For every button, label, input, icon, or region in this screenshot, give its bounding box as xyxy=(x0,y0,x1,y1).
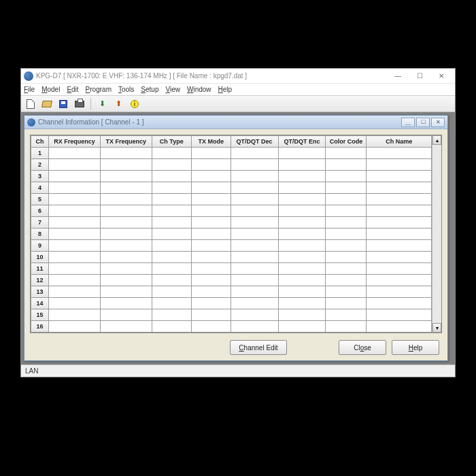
cell-enc[interactable] xyxy=(278,228,326,240)
cell-ctype[interactable] xyxy=(152,182,191,194)
cell-name[interactable] xyxy=(367,286,432,298)
cell-cc[interactable] xyxy=(326,263,367,275)
cell-name[interactable] xyxy=(367,298,432,309)
cell-tx[interactable] xyxy=(100,217,152,228)
cell-ctype[interactable] xyxy=(152,252,191,263)
row-number[interactable]: 11 xyxy=(31,263,49,275)
write-button[interactable]: ⬆ xyxy=(112,97,125,111)
cell-rx[interactable] xyxy=(48,263,100,275)
cell-txmode[interactable] xyxy=(191,182,231,194)
titlebar[interactable]: KPG-D7 [ NXR-1700: E VHF: 136-174 MHz ] … xyxy=(21,69,455,84)
cell-txmode[interactable] xyxy=(191,148,231,159)
cell-enc[interactable] xyxy=(278,240,326,252)
table-row[interactable]: 3 xyxy=(31,171,432,182)
cell-rx[interactable] xyxy=(48,298,100,309)
cell-cc[interactable] xyxy=(326,182,367,194)
menu-view[interactable]: View xyxy=(165,86,180,93)
cell-name[interactable] xyxy=(367,309,432,321)
row-number[interactable]: 15 xyxy=(31,309,49,321)
cell-txmode[interactable] xyxy=(191,286,231,298)
col-color-code[interactable]: Color Code xyxy=(326,136,367,148)
cell-enc[interactable] xyxy=(278,309,326,321)
cell-ctype[interactable] xyxy=(152,321,191,333)
cell-enc[interactable] xyxy=(278,148,326,159)
cell-rx[interactable] xyxy=(48,240,100,252)
cell-dec[interactable] xyxy=(231,240,278,252)
cell-txmode[interactable] xyxy=(191,321,231,333)
cell-name[interactable] xyxy=(367,321,432,333)
cell-name[interactable] xyxy=(367,228,432,240)
row-number[interactable]: 12 xyxy=(31,275,49,286)
cell-name[interactable] xyxy=(367,217,432,228)
cell-ctype[interactable] xyxy=(152,240,191,252)
cell-rx[interactable] xyxy=(48,194,100,205)
child-minimize-button[interactable]: __ xyxy=(401,118,415,127)
menu-file[interactable]: File xyxy=(24,86,35,93)
cell-name[interactable] xyxy=(367,194,432,205)
cell-name[interactable] xyxy=(367,182,432,194)
row-number[interactable]: 9 xyxy=(31,240,49,252)
read-button[interactable]: ⬇ xyxy=(95,97,109,111)
cell-enc[interactable] xyxy=(278,171,326,182)
cell-dec[interactable] xyxy=(231,263,278,275)
cell-txmode[interactable] xyxy=(191,205,231,217)
cell-cc[interactable] xyxy=(326,194,367,205)
cell-dec[interactable] xyxy=(231,286,278,298)
cell-ctype[interactable] xyxy=(152,194,191,205)
cell-cc[interactable] xyxy=(326,252,367,263)
cell-tx[interactable] xyxy=(100,205,152,217)
table-row[interactable]: 6 xyxy=(31,205,432,217)
table-row[interactable]: 7 xyxy=(31,217,432,228)
cell-cc[interactable] xyxy=(326,171,367,182)
cell-cc[interactable] xyxy=(326,298,367,309)
cell-txmode[interactable] xyxy=(191,228,231,240)
cell-cc[interactable] xyxy=(326,286,367,298)
cell-dec[interactable] xyxy=(231,205,278,217)
col-rx-freq[interactable]: RX Frequency xyxy=(48,136,100,148)
table-row[interactable]: 10 xyxy=(31,252,432,263)
row-number[interactable]: 2 xyxy=(31,159,49,171)
cell-dec[interactable] xyxy=(231,228,278,240)
cell-rx[interactable] xyxy=(48,205,100,217)
cell-rx[interactable] xyxy=(48,228,100,240)
cell-cc[interactable] xyxy=(326,217,367,228)
maximize-button[interactable]: ☐ xyxy=(409,69,430,83)
cell-ctype[interactable] xyxy=(152,148,191,159)
row-number[interactable]: 4 xyxy=(31,182,49,194)
cell-tx[interactable] xyxy=(100,240,152,252)
cell-ctype[interactable] xyxy=(152,275,191,286)
grid-scrollbar[interactable]: ▴ ▾ xyxy=(432,135,441,333)
close-button[interactable]: ✕ xyxy=(430,69,452,83)
row-number[interactable]: 16 xyxy=(31,321,49,333)
cell-cc[interactable] xyxy=(326,321,367,333)
cell-ctype[interactable] xyxy=(152,159,191,171)
cell-tx[interactable] xyxy=(100,148,152,159)
table-row[interactable]: 2 xyxy=(31,159,432,171)
table-row[interactable]: 15 xyxy=(31,309,432,321)
row-number[interactable]: 5 xyxy=(31,194,49,205)
row-number[interactable]: 7 xyxy=(31,217,49,228)
channel-edit-button[interactable]: Channel Edit xyxy=(230,340,287,355)
child-close-button[interactable]: ✕ xyxy=(431,118,445,127)
cell-name[interactable] xyxy=(367,159,432,171)
col-tx-mode[interactable]: TX Mode xyxy=(191,136,231,148)
cell-tx[interactable] xyxy=(100,194,152,205)
cell-name[interactable] xyxy=(367,171,432,182)
menu-window[interactable]: Window xyxy=(187,86,211,93)
row-number[interactable]: 6 xyxy=(31,205,49,217)
col-tx-freq[interactable]: TX Frequency xyxy=(100,136,152,148)
cell-cc[interactable] xyxy=(326,228,367,240)
minimize-button[interactable]: — xyxy=(387,69,409,83)
cell-dec[interactable] xyxy=(231,159,278,171)
save-button[interactable] xyxy=(56,97,70,111)
cell-dec[interactable] xyxy=(231,275,278,286)
cell-tx[interactable] xyxy=(100,182,152,194)
cell-cc[interactable] xyxy=(326,205,367,217)
menu-setup[interactable]: Setup xyxy=(141,86,158,93)
cell-rx[interactable] xyxy=(48,275,100,286)
cell-enc[interactable] xyxy=(278,252,326,263)
cell-enc[interactable] xyxy=(278,194,326,205)
cell-enc[interactable] xyxy=(278,159,326,171)
cell-name[interactable] xyxy=(367,205,432,217)
cell-ctype[interactable] xyxy=(152,228,191,240)
